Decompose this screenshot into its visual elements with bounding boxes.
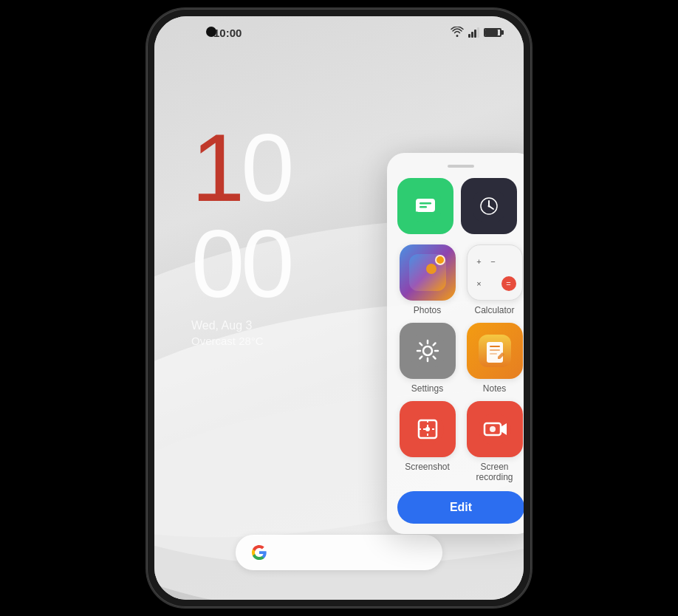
- search-bar[interactable]: [236, 535, 442, 570]
- app-settings[interactable]: Settings: [397, 323, 457, 394]
- svg-rect-16: [490, 349, 500, 351]
- svg-rect-17: [490, 353, 497, 355]
- status-icons: [451, 27, 501, 39]
- google-logo: [250, 544, 268, 561]
- signal-icon: [468, 27, 479, 38]
- app-label-screenshot: Screenshot: [405, 462, 450, 472]
- quick-menu-panel: Photos + − × = Calculator: [387, 153, 524, 534]
- app-icon-photos: [400, 244, 456, 301]
- status-time: 10:00: [213, 27, 242, 39]
- edit-button[interactable]: Edit: [397, 491, 524, 524]
- svg-point-10: [426, 264, 436, 274]
- svg-point-8: [488, 205, 490, 208]
- clock-minute: 00: [191, 216, 291, 312]
- svg-rect-1: [416, 199, 435, 212]
- battery-fill: [485, 30, 498, 35]
- menu-top-row: [397, 178, 524, 234]
- clock-widget: 1 0 00 Wed, Aug 3 Overcast 28°C: [191, 120, 291, 347]
- svg-rect-15: [490, 346, 500, 347]
- app-icon-screen-recording: [467, 401, 523, 457]
- menu-app-grid: Photos + − × = Calculator: [397, 244, 524, 482]
- phone-device: 10:00: [147, 9, 531, 607]
- svg-point-25: [490, 426, 496, 432]
- phone-screen: 10:00: [154, 16, 524, 600]
- svg-rect-11: [411, 335, 444, 367]
- app-label-notes: Notes: [483, 383, 506, 394]
- clock-minute-value: 00: [191, 216, 291, 312]
- app-screenshot[interactable]: Screenshot: [397, 401, 457, 482]
- app-notes[interactable]: Notes: [465, 323, 524, 394]
- app-icon-screenshot: [400, 401, 456, 457]
- clock-date: Wed, Aug 3: [191, 319, 291, 332]
- clock-weather: Overcast 28°C: [191, 335, 291, 347]
- svg-point-22: [425, 427, 430, 431]
- clock-hour-1: 1: [191, 120, 241, 216]
- app-icon-settings: [400, 323, 456, 379]
- wifi-icon: [451, 27, 464, 39]
- menu-handle: [448, 165, 474, 168]
- wallpaper: 10:00: [154, 16, 524, 600]
- app-icon-messages[interactable]: [397, 178, 453, 234]
- app-screen-recording[interactable]: Screen recording: [465, 401, 524, 482]
- app-label-calculator: Calculator: [474, 305, 514, 315]
- app-label-photos: Photos: [414, 305, 441, 315]
- battery-icon: [484, 28, 501, 37]
- camera-hole: [206, 27, 216, 37]
- svg-rect-2: [420, 202, 431, 205]
- svg-rect-14: [487, 342, 503, 363]
- clock-hour-2: 0: [241, 120, 290, 216]
- app-label-settings: Settings: [411, 383, 443, 394]
- clock-time: 1 0: [191, 120, 291, 216]
- svg-rect-3: [420, 206, 427, 208]
- app-photos[interactable]: Photos: [397, 244, 457, 315]
- app-icon-clock[interactable]: [461, 178, 517, 234]
- app-icon-notes: [467, 323, 523, 379]
- app-label-screen-recording: Screen recording: [465, 462, 524, 482]
- app-icon-calculator: + − × =: [467, 244, 523, 301]
- photos-dot: [435, 255, 445, 265]
- app-calculator[interactable]: + − × = Calculator: [465, 244, 524, 315]
